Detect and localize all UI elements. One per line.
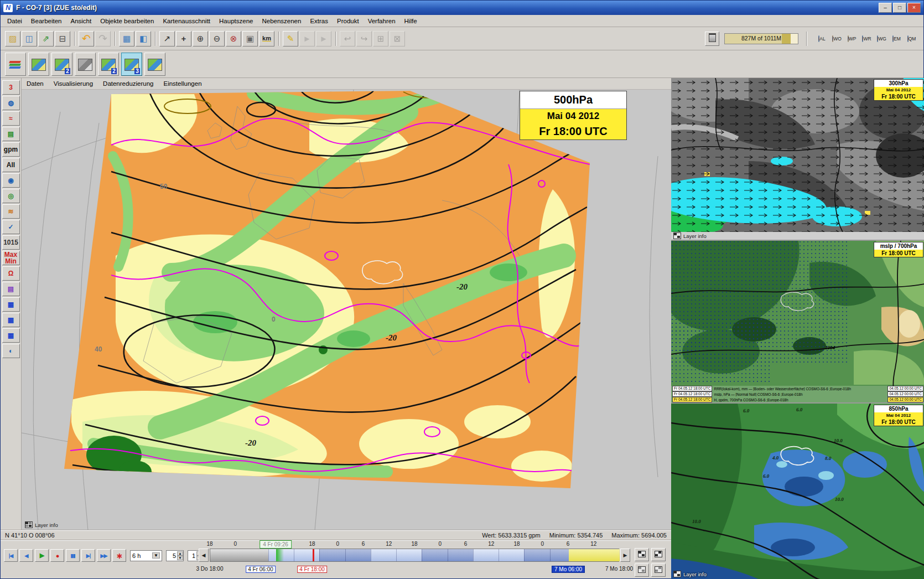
trash-button[interactable] (705, 32, 719, 46)
status-indicator[interactable]: WP (844, 36, 859, 42)
scene-button-1[interactable] (28, 53, 49, 76)
sidebar-tool-button[interactable]: ✓ (2, 220, 20, 234)
arrow-tool-button[interactable]: ↗ (159, 31, 175, 46)
sidebar-tool-button[interactable]: ≈ (2, 111, 20, 126)
timeline-date-label[interactable]: 4 Fr 06:00 (246, 566, 276, 573)
delete-tool-button[interactable]: ⊗ (226, 31, 241, 46)
sidebar-tool-button[interactable]: ≋ (2, 204, 20, 219)
panel-300hpa[interactable]: 300hPa Mai 04 2012 Fr 18:00 UTC Layer in… (671, 78, 924, 241)
layer-info[interactable]: Layer info (673, 232, 707, 239)
step-forward-button[interactable]: ▶| (81, 549, 95, 562)
sidebar-tool-button[interactable]: ◎ (2, 189, 20, 203)
sidebar-tool-button[interactable]: ▦ (2, 313, 20, 327)
maximize-button[interactable]: □ (893, 3, 906, 13)
spinner-up-icon[interactable]: ▲ (177, 551, 183, 556)
sidebar-tool-button[interactable]: Ω (2, 266, 20, 281)
layer-info[interactable]: Layer info (673, 571, 707, 577)
status-indicator[interactable]: WO (829, 36, 844, 42)
play-button[interactable]: ▶ (35, 549, 49, 562)
open-map-button[interactable]: ◫ (22, 31, 37, 46)
timeline-track[interactable] (210, 549, 619, 562)
skip-to-start-button[interactable]: |◀ (4, 549, 18, 562)
selected-time-marker[interactable] (313, 549, 314, 561)
sidebar-tool-button[interactable]: Max Min (2, 251, 20, 265)
scene-button-2[interactable]: 2 (51, 53, 72, 76)
status-indicator[interactable]: WG (874, 36, 889, 42)
menu-item[interactable]: Hilfe (400, 16, 422, 26)
animation-settings-button[interactable]: ∗ (112, 549, 126, 562)
minimize-button[interactable]: – (879, 3, 892, 13)
sidebar-tool-button[interactable]: 1015 (2, 235, 20, 250)
timeline-scroll-right-button[interactable]: ▶ (620, 549, 630, 562)
layer-info[interactable]: Layer info (25, 521, 58, 528)
open-button[interactable]: ▨ (5, 31, 20, 46)
select-button[interactable]: ► (299, 31, 315, 46)
sidebar-tool-button[interactable]: ◍ (2, 96, 20, 110)
status-indicator[interactable]: EM (889, 36, 904, 42)
sidebar-tool-button[interactable]: All (2, 158, 20, 172)
menu-item[interactable]: Verfahren (364, 16, 400, 26)
scene-button-6[interactable] (144, 53, 165, 76)
map-menu-item[interactable]: Daten (22, 79, 49, 88)
redo-button[interactable]: ↷ (95, 31, 111, 46)
zoom-in-button[interactable]: ⊕ (193, 31, 208, 46)
map-pin-button[interactable]: ◧ (136, 31, 151, 46)
frames-spinner[interactable]: 5 ▲ ▼ (166, 550, 184, 561)
scene-button-3[interactable] (75, 53, 96, 76)
layer-control-button[interactable] (651, 564, 666, 577)
sidebar-tool-button[interactable]: gpm (2, 142, 20, 157)
layer-stack-button[interactable] (5, 53, 26, 76)
map-menu-item[interactable]: Datenreduzierung (98, 79, 158, 88)
menu-item[interactable]: Nebenszenen (257, 16, 305, 26)
paste-button[interactable]: ⊠ (390, 31, 405, 46)
scene-button-4[interactable]: 2 (98, 53, 119, 76)
timeline-scroll-left-button[interactable]: ◀ (199, 549, 209, 562)
km-ruler-button[interactable]: km (259, 31, 274, 46)
menu-item[interactable]: Produkt (333, 16, 364, 26)
print-button[interactable]: ⊟ (55, 31, 70, 46)
snapshot-button[interactable]: ▣ (242, 31, 258, 46)
menu-item[interactable]: Kartenausschnitt (158, 16, 215, 26)
sidebar-tool-button[interactable]: ▦ (2, 297, 20, 312)
map-edit-button[interactable]: ▦ (119, 31, 134, 46)
timeline-date-label[interactable]: 4 Fr 18:00 (297, 566, 327, 573)
panel-850hpa[interactable]: 6.0 6.0 10.0 8.0 4.0 6.0 10.0 10.0 850hP… (671, 404, 924, 579)
map-menu-item[interactable]: Einstellungen (159, 79, 207, 88)
menu-item[interactable]: Objekte bearbeiten (96, 16, 158, 26)
current-time-marker[interactable] (276, 549, 284, 561)
undo-button[interactable]: ↶ (79, 31, 94, 46)
step-back-button[interactable]: ◀ (19, 549, 33, 562)
sidebar-tool-button[interactable]: ◐ (2, 344, 20, 358)
zoom-out-button[interactable]: ⊖ (209, 31, 225, 46)
export-button[interactable]: ⇗ (38, 31, 54, 46)
undo-step-button[interactable]: ↩ (340, 31, 355, 46)
layer-control-button[interactable] (635, 548, 649, 561)
redo-step-button[interactable]: ↪ (356, 31, 372, 46)
menu-item[interactable]: Extras (305, 16, 333, 26)
status-indicator[interactable]: QM (904, 36, 919, 42)
menu-item[interactable]: Ansicht (66, 16, 96, 26)
map-menu-item[interactable]: Visualisierung (49, 79, 98, 88)
status-indicator[interactable]: WR (859, 36, 874, 42)
sidebar-tool-button[interactable]: ▤ (2, 127, 20, 141)
main-map-viewport[interactable]: 50 0 40 -20 -20 -20 500hPa Mai 04 2012 F… (22, 90, 671, 530)
sidebar-tool-button[interactable]: ▦ (2, 328, 20, 343)
scene-button-5-active[interactable]: 3 (121, 53, 142, 76)
layer-control-button[interactable] (651, 548, 666, 561)
pencil-button[interactable]: ✎ (283, 31, 298, 46)
fast-forward-button[interactable]: ▶▶ (97, 549, 111, 562)
menu-item[interactable]: Datei (3, 16, 27, 26)
sidebar-tool-button[interactable]: ▤ (2, 282, 20, 296)
copy-button[interactable]: ⊞ (373, 31, 388, 46)
close-button[interactable]: × (907, 3, 921, 13)
panel-mslp-700hpa[interactable]: 1004 mslp / 700hPa Fr 18:00 UTC Fr 04.05… (671, 241, 924, 404)
spinner-down-icon[interactable]: ▼ (177, 556, 183, 560)
menu-item[interactable]: Bearbeiten (27, 16, 66, 26)
layer-control-button[interactable] (635, 564, 649, 577)
record-button[interactable]: ● (50, 549, 64, 562)
menu-item[interactable]: Hauptszene (215, 16, 257, 26)
timeline-date-label[interactable]: 7 Mo 06:00 (552, 566, 585, 573)
sidebar-tool-button[interactable]: 3 (2, 80, 20, 95)
status-indicator[interactable]: AL (814, 36, 829, 42)
interval-dropdown[interactable]: 6 h ▼ (130, 550, 162, 561)
